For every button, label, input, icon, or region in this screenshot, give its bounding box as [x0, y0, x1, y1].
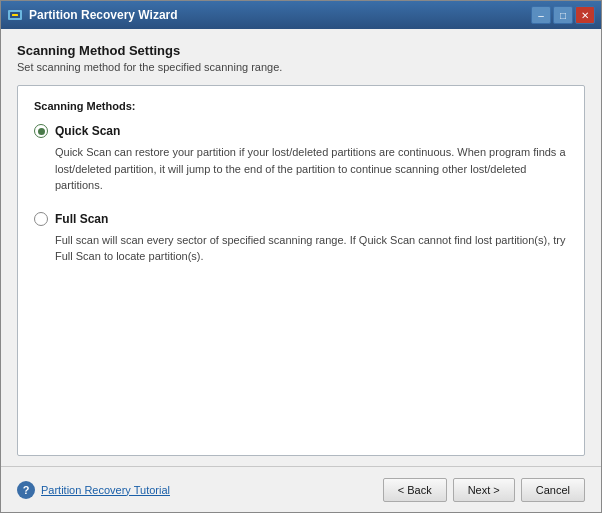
content-area: Scanning Method Settings Set scanning me… — [1, 29, 601, 466]
full-scan-description: Full scan will scan every sector of spec… — [55, 232, 568, 265]
page-subtitle: Set scanning method for the specified sc… — [17, 61, 585, 73]
quick-scan-option: Quick Scan Quick Scan can restore your p… — [34, 124, 568, 194]
maximize-button[interactable]: □ — [553, 6, 573, 24]
scanning-methods-panel: Scanning Methods: Quick Scan Quick Scan … — [17, 85, 585, 456]
title-bar: Partition Recovery Wizard – □ ✕ — [1, 1, 601, 29]
full-scan-header[interactable]: Full Scan — [34, 212, 568, 226]
quick-scan-header[interactable]: Quick Scan — [34, 124, 568, 138]
footer-help: ? Partition Recovery Tutorial — [17, 481, 383, 499]
full-scan-label: Full Scan — [55, 212, 108, 226]
panel-legend: Scanning Methods: — [34, 100, 568, 112]
next-button[interactable]: Next > — [453, 478, 515, 502]
help-icon: ? — [17, 481, 35, 499]
page-title: Scanning Method Settings — [17, 43, 585, 58]
quick-scan-description: Quick Scan can restore your partition if… — [55, 144, 568, 194]
app-icon — [7, 7, 23, 23]
back-button[interactable]: < Back — [383, 478, 447, 502]
quick-scan-label: Quick Scan — [55, 124, 120, 138]
minimize-button[interactable]: – — [531, 6, 551, 24]
help-link[interactable]: Partition Recovery Tutorial — [41, 484, 170, 496]
full-scan-radio[interactable] — [34, 212, 48, 226]
window-controls: – □ ✕ — [531, 6, 595, 24]
full-scan-option: Full Scan Full scan will scan every sect… — [34, 212, 568, 265]
window-title: Partition Recovery Wizard — [29, 8, 531, 22]
main-window: Partition Recovery Wizard – □ ✕ Scanning… — [0, 0, 602, 513]
close-button[interactable]: ✕ — [575, 6, 595, 24]
quick-scan-radio[interactable] — [34, 124, 48, 138]
svg-rect-2 — [12, 14, 18, 16]
footer-buttons: < Back Next > Cancel — [383, 478, 585, 502]
footer: ? Partition Recovery Tutorial < Back Nex… — [1, 466, 601, 512]
cancel-button[interactable]: Cancel — [521, 478, 585, 502]
